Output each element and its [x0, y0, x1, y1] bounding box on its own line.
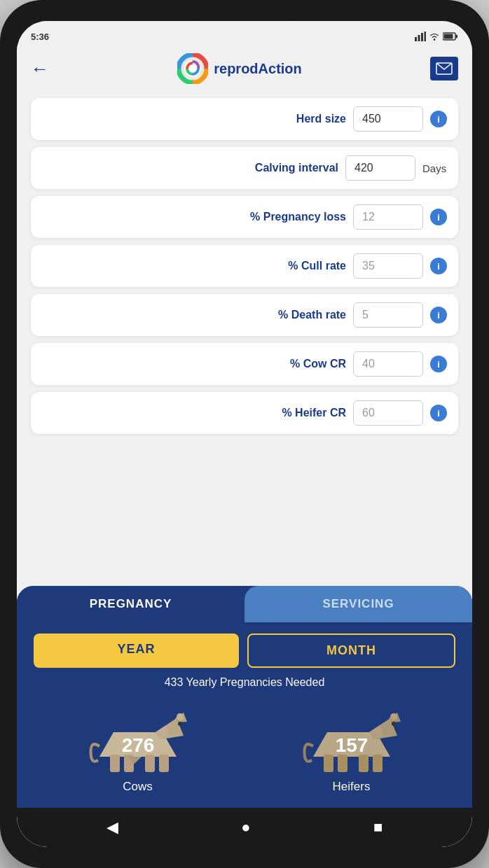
calving-interval-suffix: Days	[422, 162, 447, 174]
calving-interval-row: Calving interval Days	[31, 147, 458, 189]
nav-recents-icon[interactable]: ■	[373, 818, 383, 836]
pregnancy-loss-info-icon[interactable]: i	[430, 209, 447, 225]
heifers-card: 157 Heifers	[299, 697, 404, 794]
cull-rate-info-icon[interactable]: i	[430, 258, 447, 274]
status-time: 5:36	[31, 31, 49, 42]
cull-rate-input[interactable]	[353, 253, 423, 279]
svg-rect-28	[338, 755, 347, 772]
phone-screen: 5:36	[17, 21, 472, 847]
svg-rect-17	[145, 755, 155, 772]
animals-row: 276 Cows	[17, 697, 472, 794]
status-bar: 5:36	[17, 21, 472, 46]
calving-interval-input[interactable]	[345, 155, 415, 181]
cows-card: 276 Cows	[85, 697, 191, 794]
logo-icon	[177, 53, 208, 84]
status-icons	[415, 31, 458, 41]
year-button[interactable]: YEAR	[34, 634, 239, 668]
heifer-icon: 157	[299, 697, 404, 774]
svg-rect-15	[110, 755, 120, 772]
svg-rect-2	[421, 33, 423, 41]
death-rate-row: % Death rate i	[31, 294, 458, 336]
herd-size-label: Herd size	[42, 113, 346, 125]
svg-rect-29	[359, 755, 369, 772]
nav-back-icon[interactable]: ◀	[106, 818, 118, 836]
pregnancy-loss-label: % Pregnancy loss	[42, 211, 346, 223]
tab-servicing[interactable]: SERVICING	[245, 586, 472, 622]
nav-bar: ◀ ● ■	[17, 808, 472, 847]
notch	[188, 0, 301, 21]
form-area: Herd size i Calving interval Days % Preg…	[17, 91, 472, 586]
cow-cr-row: % Cow CR i	[31, 343, 458, 385]
tab-pregnancy[interactable]: PREGNANCY	[17, 586, 245, 622]
logo-text: reprodAction	[214, 61, 302, 77]
pregnancy-loss-input[interactable]	[353, 204, 423, 230]
month-button[interactable]: MONTH	[247, 634, 455, 668]
signal-icon	[415, 31, 426, 41]
logo-container: reprodAction	[177, 53, 302, 84]
nav-home-icon[interactable]: ●	[241, 818, 250, 836]
svg-rect-3	[425, 31, 427, 41]
svg-rect-1	[418, 35, 420, 41]
svg-rect-30	[373, 755, 383, 772]
header: ←	[17, 46, 472, 91]
svg-point-32	[392, 722, 396, 726]
cow-cr-info-icon[interactable]: i	[430, 356, 447, 372]
heifer-cr-label: % Heifer CR	[42, 407, 346, 419]
svg-text:276: 276	[121, 734, 154, 756]
pregnancies-text: 433 Yearly Pregnancies Needed	[17, 673, 472, 697]
svg-point-31	[390, 713, 397, 720]
calving-interval-label: Calving interval	[42, 162, 338, 174]
death-rate-info-icon[interactable]: i	[430, 307, 447, 323]
death-rate-label: % Death rate	[42, 309, 346, 321]
svg-rect-18	[159, 755, 169, 772]
wifi-icon	[429, 31, 440, 41]
heifer-cr-info-icon[interactable]: i	[430, 405, 447, 421]
year-month-row: YEAR MONTH	[17, 622, 472, 673]
heifer-cr-row: % Heifer CR i	[31, 392, 458, 434]
battery-icon	[443, 32, 458, 41]
cows-label: Cows	[123, 780, 153, 794]
mail-icon	[436, 62, 453, 75]
heifer-cr-input[interactable]	[353, 400, 423, 426]
death-rate-input[interactable]	[353, 302, 423, 328]
cull-rate-label: % Cull rate	[42, 260, 346, 272]
heifers-label: Heifers	[333, 780, 371, 794]
svg-rect-0	[415, 37, 417, 41]
svg-text:157: 157	[335, 734, 368, 756]
svg-point-20	[177, 713, 184, 720]
svg-rect-6	[456, 35, 458, 38]
pregnancy-loss-row: % Pregnancy loss i	[31, 196, 458, 238]
cow-icon: 276	[85, 697, 191, 774]
phone-outer: 5:36	[0, 0, 489, 868]
cow-cr-input[interactable]	[353, 351, 423, 377]
cull-rate-row: % Cull rate i	[31, 245, 458, 287]
herd-size-row: Herd size i	[31, 98, 458, 140]
svg-rect-7	[444, 34, 453, 39]
herd-size-info-icon[interactable]: i	[430, 111, 447, 127]
bottom-panel: PREGNANCY SERVICING YEAR MONTH 433 Yearl…	[17, 586, 472, 808]
svg-rect-27	[324, 755, 333, 772]
svg-point-4	[434, 38, 436, 41]
herd-size-input[interactable]	[353, 106, 423, 132]
svg-point-21	[178, 722, 182, 726]
back-button[interactable]: ←	[31, 58, 49, 80]
mail-button[interactable]	[430, 57, 458, 80]
tabs-row: PREGNANCY SERVICING	[17, 586, 472, 622]
cow-cr-label: % Cow CR	[42, 358, 346, 370]
